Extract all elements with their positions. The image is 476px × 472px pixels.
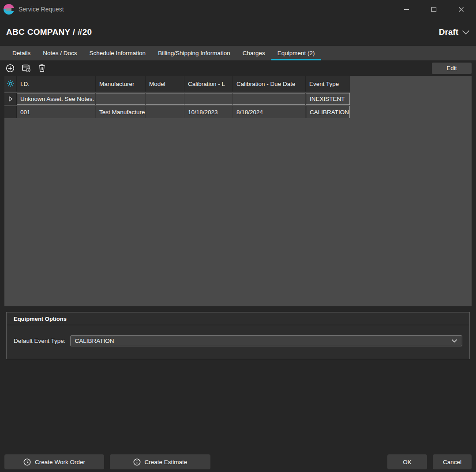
edit-button[interactable]: Edit: [432, 63, 472, 74]
equipment-options-header: Equipment Options: [7, 312, 469, 325]
page-header: ABC COMPANY / #20 Draft: [0, 19, 476, 46]
cell-manufacturer[interactable]: [96, 93, 146, 105]
equipment-table: I.D. Manufacturer Model Calibration - L …: [4, 76, 350, 118]
cell-id[interactable]: Unknown Asset. See Notes.: [17, 93, 96, 105]
chevron-down-icon: [462, 30, 470, 35]
column-header-manufacturer[interactable]: Manufacturer: [96, 76, 146, 92]
column-header-event-type[interactable]: Event Type: [306, 76, 350, 92]
cancel-button[interactable]: Cancel: [433, 454, 472, 469]
status-dropdown[interactable]: Draft: [439, 27, 470, 37]
column-header-calibration-due-date[interactable]: Calibration - Due Date: [233, 76, 306, 92]
cell-model[interactable]: [146, 93, 184, 105]
ok-button[interactable]: OK: [387, 454, 427, 469]
app-logo-icon: [4, 4, 14, 15]
footer: Create Work Order Create Estimate OK Can…: [4, 454, 472, 469]
trash-icon: [38, 63, 46, 73]
tab-equipment[interactable]: Equipment (2): [271, 46, 321, 60]
cell-model[interactable]: [146, 106, 184, 118]
cell-calibration-due[interactable]: 8/18/2024: [233, 106, 306, 118]
table-row[interactable]: 001 Test Manufacturer 10/18/2023 8/18/20…: [4, 106, 350, 118]
default-event-type-select[interactable]: CALIBRATION: [70, 335, 462, 346]
expand-arrow-icon: [8, 96, 13, 102]
cell-event-type[interactable]: CALIBRATION: [306, 106, 350, 118]
add-equipment-button[interactable]: [4, 63, 16, 74]
clock-icon: [23, 458, 31, 466]
column-header-id[interactable]: I.D.: [17, 76, 96, 92]
cell-event-type[interactable]: INEXISTENT: [306, 93, 350, 105]
create-work-order-button[interactable]: Create Work Order: [4, 454, 104, 469]
maximize-icon[interactable]: [430, 6, 437, 13]
sun-icon: [6, 79, 15, 88]
equipment-options-group: Equipment Options Default Event Type: CA…: [6, 312, 470, 359]
toolbar: Edit: [0, 60, 476, 76]
row-indicator[interactable]: [4, 106, 17, 118]
tab-charges[interactable]: Charges: [236, 46, 271, 60]
equipment-options-title: Equipment Options: [14, 316, 67, 322]
column-header-calibration-last[interactable]: Calibration - L: [184, 76, 233, 92]
create-estimate-button[interactable]: Create Estimate: [110, 454, 210, 469]
tab-schedule-information[interactable]: Schedule Information: [83, 46, 152, 60]
table-header-row: I.D. Manufacturer Model Calibration - L …: [4, 76, 350, 92]
minimize-icon[interactable]: [403, 6, 410, 13]
tab-notes-docs[interactable]: Notes / Docs: [37, 46, 83, 60]
cell-id[interactable]: 001: [17, 106, 96, 118]
options-column-header[interactable]: [4, 76, 17, 92]
tab-billing-shipping-information[interactable]: Billing/Shipping Information: [152, 46, 236, 60]
cell-calibration-last[interactable]: [184, 93, 233, 105]
cell-calibration-due[interactable]: [233, 93, 306, 105]
tabbar: Details Notes / Docs Schedule Informatio…: [0, 46, 476, 60]
default-event-type-label: Default Event Type:: [14, 338, 66, 344]
table-row[interactable]: Unknown Asset. See Notes. INEXISTENT: [4, 93, 350, 105]
info-icon: [133, 458, 141, 466]
create-estimate-label: Create Estimate: [145, 459, 187, 465]
column-header-model[interactable]: Model: [146, 76, 184, 92]
schedule-equipment-button[interactable]: [20, 63, 32, 74]
default-event-type-value: CALIBRATION: [75, 338, 114, 344]
row-expander[interactable]: [4, 93, 17, 105]
calendar-clock-icon: [21, 63, 31, 73]
create-work-order-label: Create Work Order: [35, 459, 85, 465]
titlebar: Service Request: [0, 0, 476, 19]
equipment-grid-panel: I.D. Manufacturer Model Calibration - L …: [4, 76, 472, 306]
circle-plus-icon: [6, 64, 15, 73]
window-controls: [403, 6, 472, 13]
dialog-actions: OK Cancel: [387, 454, 472, 469]
chevron-down-icon: [451, 339, 457, 343]
cell-manufacturer[interactable]: Test Manufacturer: [96, 106, 146, 118]
cell-calibration-last[interactable]: 10/18/2023: [184, 106, 233, 118]
page-title: ABC COMPANY / #20: [6, 27, 92, 37]
app-title: Service Request: [19, 6, 64, 13]
tab-details[interactable]: Details: [6, 46, 37, 60]
equipment-options-content: Default Event Type: CALIBRATION: [7, 325, 469, 346]
status-badge: Draft: [439, 27, 458, 37]
delete-equipment-button[interactable]: [36, 63, 48, 74]
close-icon[interactable]: [457, 6, 465, 13]
